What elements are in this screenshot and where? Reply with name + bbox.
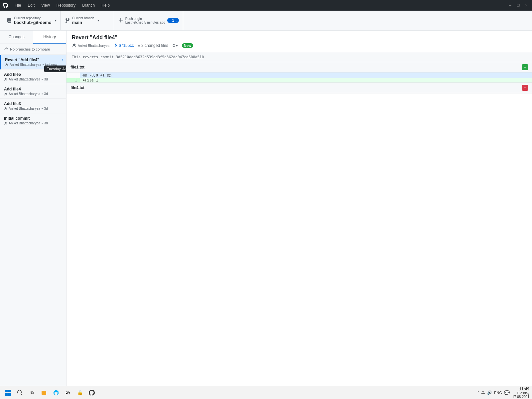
system-clock[interactable]: 11:49 Tuesday 17-08-2021 [512, 387, 529, 399]
push-up-indicator-0: ↑ [62, 58, 64, 62]
author-icon-0 [5, 63, 8, 66]
minimize-button[interactable]: ─ [507, 2, 513, 9]
github-desktop-button[interactable] [86, 387, 97, 398]
commit-meta-1: Aniket Bhattacharyea • 3d [4, 77, 62, 81]
commit-bullet-4: • [42, 121, 43, 125]
commit-meta-2: Aniket Bhattacharyea • 3d [4, 92, 62, 96]
author-avatar-icon [72, 43, 76, 48]
current-repository-section[interactable]: Current repository backhub-git-demo ▾ [3, 11, 61, 30]
file-diff-0: file1.txt + @@ -0,0 +1 @@ 1 +File 1 [66, 62, 532, 83]
commit-author-0: Aniket Bhattacharyea [10, 63, 41, 66]
search-taskbar-button[interactable] [15, 387, 25, 398]
commit-item-3[interactable]: Add file3 Aniket Bhattacharyea • 3d [0, 99, 66, 113]
commit-files: ± 2 changed files [138, 43, 168, 48]
compare-icon [4, 47, 8, 51]
close-button[interactable]: ✕ [523, 2, 529, 9]
file-del-button-1[interactable]: − [522, 85, 528, 91]
systray-chevron[interactable]: ^ [477, 391, 479, 394]
svg-rect-3 [8, 393, 11, 396]
browser-button[interactable]: 🌐 [51, 387, 61, 398]
commit-detail-title: Revert "Add file4" [72, 35, 527, 41]
diff-add-row-0: 1 +File 1 [66, 78, 532, 82]
files-button[interactable] [39, 387, 49, 398]
main-layout: Changes History No branches to compare R… [0, 31, 532, 386]
menu-file[interactable]: File [12, 2, 24, 8]
clock-time: 11:49 [512, 387, 529, 391]
diff-add-content-0: +File 1 [80, 78, 532, 82]
speaker-icon[interactable]: 🔊 [487, 390, 492, 395]
commit-bullet-0: • [43, 63, 44, 66]
no-branches-label: No branches to compare [10, 47, 50, 51]
file-header-1: file4.txt − [66, 83, 532, 93]
menu-view[interactable]: View [39, 2, 53, 8]
start-button[interactable] [3, 387, 13, 398]
chat-notification-icon[interactable]: 💬 [504, 390, 510, 395]
svg-rect-2 [5, 393, 8, 396]
repo-info: Current repository backhub-git-demo [14, 16, 52, 25]
commit-bullet-1: • [42, 77, 43, 81]
content-area: Revert "Add file4" Aniket Bhattacharyea … [66, 31, 532, 386]
settings-icon[interactable]: ⚙▾ [172, 43, 178, 48]
commit-author-2: Aniket Bhattacharyea [9, 92, 40, 96]
tab-history[interactable]: History [33, 31, 66, 44]
push-label: Push origin [125, 17, 165, 21]
clock-date: Tuesday 17-08-2021 [512, 391, 529, 399]
commit-meta-4: Aniket Bhattacharyea • 3d [4, 121, 62, 125]
commit-hash: 67155cc [113, 43, 134, 48]
commit-meta-3: Aniket Bhattacharyea • 3d [4, 107, 62, 110]
new-badge: New [182, 43, 194, 48]
commit-header: Revert "Add file4" Aniket Bhattacharyea … [66, 31, 532, 52]
svg-rect-0 [5, 390, 8, 392]
taskbar-left: ⧉ 🌐 🛍 🔒 [3, 387, 97, 398]
diff-add-linenum-0: 1 [66, 78, 80, 82]
menu-branch[interactable]: Branch [79, 2, 97, 8]
repo-label: Current repository [14, 16, 52, 20]
push-sublabel: Last fetched 5 minutes ago [125, 21, 165, 24]
commit-time-4: 3d [44, 121, 48, 125]
github-desktop-taskbar-icon [89, 390, 95, 396]
commit-message: This reverts commit 3d5210ddd8632d539ed3… [66, 52, 532, 62]
commit-tooltip-0: Tuesday, August 17, 2021 11:49 AM [44, 66, 66, 72]
commit-title-4: Initial commit [4, 116, 62, 121]
menu-edit[interactable]: Edit [25, 2, 37, 8]
branch-icon [65, 18, 70, 23]
commit-time-2: 3d [44, 92, 48, 96]
menu-help[interactable]: Help [99, 2, 112, 8]
file-add-button-0[interactable]: + [522, 64, 528, 70]
maximize-button[interactable]: ❐ [515, 2, 521, 9]
commit-detail-author: Aniket Bhattacharyea [78, 44, 109, 48]
push-info: Push origin Last fetched 5 minutes ago [125, 17, 165, 24]
github-logo-icon [3, 3, 8, 8]
network-icon: 🖧 [481, 390, 485, 395]
push-badge: ↑ 1 ↓ [167, 18, 179, 23]
store-button[interactable]: 🛍 [63, 387, 73, 398]
commit-author-1: Aniket Bhattacharyea [9, 77, 40, 81]
commit-item-0[interactable]: Revert "Add file4" Aniket Bhattacharyea … [0, 55, 66, 69]
repo-chevron-icon: ▾ [55, 19, 57, 22]
sidebar: Changes History No branches to compare R… [0, 31, 66, 386]
plus-minus-icon: ± [138, 43, 140, 48]
taskview-button[interactable]: ⧉ [27, 387, 37, 398]
lang-indicator[interactable]: ENG [494, 391, 502, 395]
commit-title-1: Add file5 [4, 72, 62, 77]
diff-hunk-header-0: @@ -0,0 +1 @@ [80, 72, 532, 78]
sidebar-tabs: Changes History [0, 31, 66, 44]
push-origin-section[interactable]: Push origin Last fetched 5 minutes ago ↑… [114, 11, 184, 30]
file-name-1: file4.txt [70, 85, 519, 90]
commit-meta-row: Aniket Bhattacharyea 67155cc ± 2 changed… [72, 43, 527, 48]
titlebar-controls[interactable]: ─ ❐ ✕ [507, 2, 529, 9]
tab-changes[interactable]: Changes [0, 31, 33, 44]
vpn-button[interactable]: 🔒 [74, 387, 85, 398]
systray: ^ 🖧 🔊 ENG 💬 [477, 390, 510, 395]
push-up-icon: ↑ [169, 19, 171, 22]
svg-rect-1 [8, 390, 11, 392]
commit-item-4[interactable]: Initial commit Aniket Bhattacharyea • 3d [0, 113, 66, 128]
commit-item-2[interactable]: Add file4 Aniket Bhattacharyea • 3d [0, 84, 66, 99]
commit-time-1: 3d [44, 77, 48, 81]
diff-hunk-num-0 [66, 72, 80, 78]
titlebar-menu[interactable]: File Edit View Repository Branch Help [12, 2, 112, 8]
author-icon-1 [4, 78, 7, 81]
current-branch-section[interactable]: Current branch main ▾ [61, 11, 114, 30]
commit-author-4: Aniket Bhattacharyea [9, 121, 40, 125]
menu-repository[interactable]: Repository [54, 2, 78, 8]
